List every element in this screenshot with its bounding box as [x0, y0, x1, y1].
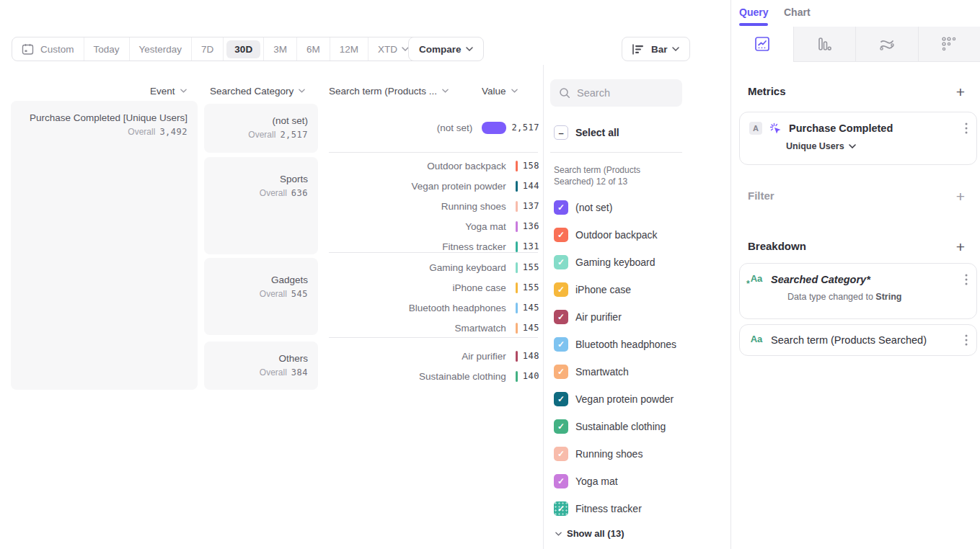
checkbox-checked-icon[interactable]: ✓ — [554, 255, 568, 269]
legend-item[interactable]: ✓ iPhone case — [554, 282, 631, 297]
term-row[interactable]: Sustainable clothing 140 — [329, 366, 539, 386]
date-3m-button[interactable]: 3M — [263, 37, 296, 61]
term-row[interactable]: Smartwatch 145 — [329, 318, 539, 338]
legend-item-label: iPhone case — [575, 284, 631, 295]
kebab-menu-icon[interactable] — [965, 334, 968, 346]
term-row[interactable]: (not set) 2,517 — [329, 117, 539, 138]
checkbox-checked-icon[interactable]: ✓ — [554, 392, 568, 406]
value-bar[interactable] — [516, 181, 518, 192]
term-row[interactable]: Fitness tracker 131 — [329, 236, 539, 256]
breakdown-card[interactable]: Aa* Searched Category* Data type changed… — [739, 263, 977, 319]
column-header-event[interactable]: Event — [150, 83, 187, 99]
date-30d-button[interactable]: 30D — [223, 37, 263, 61]
checkbox-checked-icon[interactable]: ✓ — [554, 282, 568, 297]
checkbox-checked-icon[interactable]: ✓ — [554, 447, 568, 461]
term-row[interactable]: Bluetooth headphones 145 — [329, 298, 539, 318]
value-bar[interactable] — [516, 303, 518, 313]
date-custom-button[interactable]: Custom — [12, 37, 84, 61]
date-today-button[interactable]: Today — [84, 37, 129, 61]
select-all-checkbox[interactable]: – Select all — [554, 125, 619, 140]
legend-item[interactable]: ✓ Vegan protein powder — [554, 392, 674, 406]
date-yesterday-button[interactable]: Yesterday — [129, 37, 192, 61]
term-label: Air purifier — [329, 351, 516, 362]
add-breakdown-button[interactable]: + — [953, 240, 968, 254]
term-row[interactable]: Running shoes 137 — [329, 196, 539, 216]
chart-type-label: Bar — [651, 44, 668, 55]
value-bar[interactable] — [516, 262, 518, 273]
kebab-menu-icon[interactable] — [965, 122, 968, 134]
term-row[interactable]: Vegan protein powder 144 — [329, 176, 539, 196]
value-bar[interactable] — [516, 351, 518, 362]
value-bar[interactable] — [516, 371, 518, 382]
checkbox-checked-icon[interactable]: ✓ — [554, 310, 568, 324]
date-12m-button[interactable]: 12M — [330, 37, 368, 61]
column-header-category-label: Searched Category — [210, 86, 293, 97]
column-header-value[interactable]: Value — [482, 83, 518, 99]
category-cell[interactable]: (not set) Overall2,517 — [204, 104, 318, 153]
overall-label: Overall — [260, 289, 287, 299]
show-all-link[interactable]: Show all (13) — [555, 528, 624, 539]
tab-retention[interactable] — [918, 27, 980, 62]
date-30d-selected: 30D — [226, 40, 260, 58]
value-bar[interactable] — [516, 201, 518, 212]
date-6m-button[interactable]: 6M — [296, 37, 330, 61]
value-bar[interactable] — [482, 122, 506, 134]
tab-insights[interactable] — [731, 27, 793, 62]
legend-item[interactable]: ✓ Smartwatch — [554, 365, 629, 379]
checkbox-checked-icon[interactable]: ✓ — [554, 419, 568, 434]
note-text: Data type changed to — [787, 292, 875, 302]
legend-item[interactable]: ✓ Yoga mat — [554, 474, 618, 488]
legend-item[interactable]: ✓ Running shoes — [554, 447, 643, 461]
tab-flows[interactable] — [855, 27, 918, 62]
search-input[interactable] — [577, 87, 671, 99]
date-7d-button[interactable]: 7D — [191, 37, 223, 61]
show-all-label: Show all (13) — [567, 528, 624, 539]
legend-item[interactable]: ✓ Sustainable clothing — [554, 419, 666, 434]
term-row[interactable]: Outdoor backpack 158 — [329, 156, 539, 176]
legend-item[interactable]: ✓ (not set) — [554, 200, 612, 215]
category-name: Gadgets — [211, 274, 308, 287]
group-divider — [329, 337, 538, 338]
legend-search[interactable] — [550, 79, 682, 107]
metric-card[interactable]: A Purchase Completed Unique Users — [739, 112, 977, 165]
column-header-search-term[interactable]: Search term (Products ... — [329, 83, 449, 99]
legend-item[interactable]: ✓ Outdoor backpack — [554, 228, 658, 242]
checkbox-checked-icon[interactable]: ✓ — [554, 337, 568, 352]
checkbox-checked-icon[interactable]: ✓ — [554, 228, 568, 242]
tab-funnels[interactable] — [793, 27, 856, 62]
legend-item-label: Yoga mat — [575, 476, 618, 487]
value-bar[interactable] — [516, 282, 518, 293]
value-bar[interactable] — [516, 161, 518, 171]
compare-button[interactable]: Compare — [408, 37, 484, 61]
checkbox-checked-icon[interactable]: ✓ — [554, 501, 568, 516]
metric-aggregation-dropdown[interactable]: Unique Users — [740, 135, 976, 161]
column-header-category[interactable]: Searched Category — [210, 83, 305, 99]
checkbox-checked-icon[interactable]: ✓ — [554, 200, 568, 215]
term-row[interactable]: Air purifier 148 — [329, 346, 539, 366]
add-filter-button[interactable]: + — [953, 189, 968, 204]
value-bar[interactable] — [516, 241, 518, 252]
checkbox-checked-icon[interactable]: ✓ — [554, 365, 568, 379]
tab-chart[interactable]: Chart — [784, 6, 811, 18]
category-cell[interactable]: Others Overall384 — [204, 342, 318, 390]
category-cell[interactable]: Gadgets Overall545 — [204, 258, 318, 335]
term-row[interactable]: iPhone case 155 — [329, 277, 539, 298]
legend-item[interactable]: ✓ Air purifier — [554, 310, 622, 324]
add-metric-button[interactable]: + — [953, 85, 968, 99]
breakdown-card[interactable]: Aa Search term (Products Searched) — [739, 324, 977, 356]
term-label: Yoga mat — [329, 221, 516, 232]
checkbox-checked-icon[interactable]: ✓ — [554, 474, 568, 488]
event-cell[interactable]: Purchase Completed [Unique Users] Overal… — [11, 101, 198, 390]
category-cell[interactable]: Sports Overall636 — [204, 157, 318, 254]
term-row[interactable]: Gaming keyboard 155 — [329, 257, 539, 277]
legend-item[interactable]: ✓ Bluetooth headphones — [554, 337, 676, 352]
legend-item[interactable]: ✓ Gaming keyboard — [554, 255, 655, 269]
chart-type-button[interactable]: Bar — [622, 37, 690, 61]
tab-query[interactable]: Query — [739, 6, 768, 18]
kebab-menu-icon[interactable] — [965, 274, 968, 285]
value-bar[interactable] — [516, 323, 518, 334]
term-row[interactable]: Yoga mat 136 — [329, 216, 539, 236]
legend-item[interactable]: ✓ Fitness tracker — [554, 501, 642, 516]
aggregation-label: Unique Users — [786, 141, 844, 151]
value-bar[interactable] — [516, 221, 518, 232]
